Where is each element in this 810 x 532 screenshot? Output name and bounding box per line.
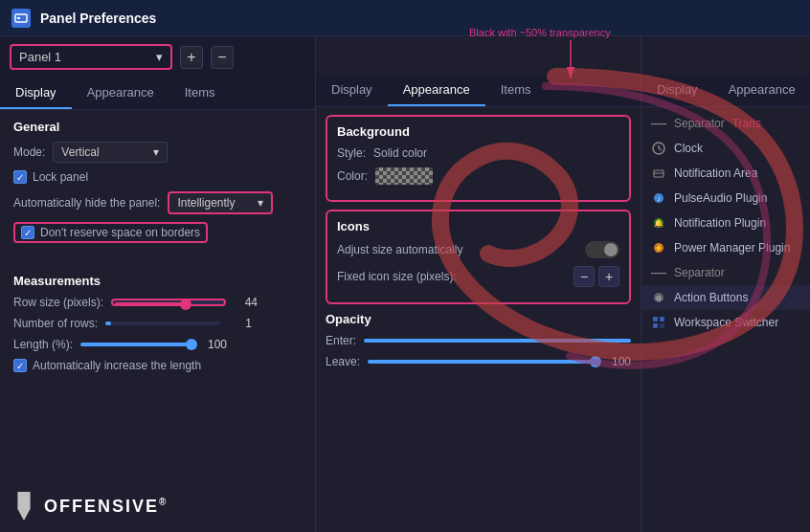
svg-line-4 — [659, 148, 662, 150]
opacity-title: Opacity — [326, 312, 631, 326]
auto-size-toggle[interactable] — [585, 241, 619, 258]
clock-label: Clock — [674, 142, 703, 155]
logo-area: OFFENSIVE® — [13, 492, 168, 521]
list-item-pulseaudio[interactable]: ♪ PulseAudio Plugin — [641, 186, 810, 211]
fixed-size-controls: − + — [574, 266, 619, 287]
reserve-space-checkbox[interactable]: ✓ — [21, 226, 34, 239]
svg-text:⊙: ⊙ — [656, 295, 662, 301]
icons-section: Icons Adjust size automatically Fixed ic… — [326, 210, 631, 304]
remove-panel-button[interactable]: − — [211, 46, 234, 69]
tab-appearance-left[interactable]: Appearance — [72, 78, 169, 109]
row-size-value: 44 — [234, 296, 258, 309]
pulseaudio-icon: ♪ — [651, 190, 666, 206]
list-item-workspace-switcher[interactable]: Workspace Switcher — [641, 310, 810, 335]
list-item-notification-plugin[interactable]: 🔔 Notification Plugin — [641, 211, 810, 235]
separator2-label: Separator — [674, 266, 725, 279]
lock-panel-row: ✓ Lock panel — [13, 170, 302, 184]
auto-hide-row: Automatically hide the panel: Intelligen… — [13, 191, 302, 214]
row-size-row: Row size (pixels): 44 — [13, 296, 302, 309]
color-label: Color: — [337, 169, 368, 183]
window-title: Panel Preferences — [40, 11, 156, 26]
tab-display-middle[interactable]: Display — [316, 75, 388, 106]
decrease-size-button[interactable]: − — [574, 266, 595, 287]
num-rows-slider[interactable] — [105, 321, 220, 325]
power-manager-label: Power Manager Plugin — [674, 241, 790, 255]
leave-value: 100 — [607, 355, 631, 368]
svg-rect-17 — [653, 323, 658, 328]
panel-dropdown[interactable]: Panel 1 ▾ — [10, 44, 172, 70]
num-rows-label: Number of rows: — [13, 317, 98, 330]
enter-row: Enter: — [326, 334, 631, 347]
tab-items-left[interactable]: Items — [169, 78, 231, 109]
lock-panel-label: Lock panel — [33, 170, 88, 184]
num-rows-row: Number of rows: 1 — [13, 317, 302, 330]
panel-dropdown-value: Panel 1 — [19, 50, 61, 64]
main-content: Panel 1 ▾ + − Display Appearance Items G… — [0, 36, 810, 532]
logo-text: OFFENSIVE® — [44, 497, 168, 517]
style-value: Solid color — [373, 146, 427, 160]
style-row: Style: Solid color — [337, 146, 619, 160]
workspace-switcher-label: Workspace Switcher — [674, 316, 778, 329]
left-tabs: Display Appearance Items — [0, 78, 315, 110]
svg-rect-1 — [17, 17, 20, 19]
leave-label: Leave: — [326, 355, 360, 368]
list-item-separator1[interactable]: — Separator Trans — [641, 111, 810, 136]
length-slider[interactable] — [80, 343, 195, 346]
fixed-size-label: Fixed icon size (pixels): — [337, 270, 457, 283]
tab-items-middle[interactable]: Items — [485, 75, 547, 106]
svg-text:♪: ♪ — [657, 195, 661, 202]
tab-appearance-middle[interactable]: Appearance — [388, 75, 485, 106]
add-panel-button[interactable]: + — [180, 46, 203, 69]
mode-chevron-icon: ▾ — [153, 145, 159, 159]
svg-rect-15 — [653, 317, 658, 321]
separator1-sub: Trans — [732, 117, 761, 130]
notification-plugin-icon: 🔔 — [651, 215, 666, 231]
increase-size-button[interactable]: + — [598, 266, 619, 287]
power-manager-icon: ⚡ — [651, 240, 666, 255]
notification-plugin-label: Notification Plugin — [674, 216, 766, 230]
tab-display-right[interactable]: Display — [641, 75, 713, 106]
tab-display-left[interactable]: Display — [0, 78, 72, 109]
measurements-section: Measurements Row size (pixels): 44 Numbe… — [0, 264, 315, 389]
auto-size-row: Adjust size automatically — [337, 241, 619, 258]
separator-icon: — — [651, 115, 666, 132]
pulseaudio-label: PulseAudio Plugin — [674, 191, 767, 205]
background-title: Background — [337, 124, 619, 139]
length-row: Length (%): 100 — [13, 338, 302, 351]
general-section: General Mode: Vertical ▾ ✓ Lock panel Au… — [0, 110, 315, 260]
tab-appearance-right[interactable]: Appearance — [713, 75, 810, 106]
list-item-clock[interactable]: Clock — [641, 136, 810, 161]
list-item-power-manager[interactable]: ⚡ Power Manager Plugin — [641, 235, 810, 260]
fixed-size-row: Fixed icon size (pixels): − + — [337, 266, 619, 287]
list-item-separator2[interactable]: — Separator — [641, 260, 810, 285]
length-label: Length (%): — [13, 338, 73, 351]
icons-title: Icons — [337, 219, 619, 233]
lock-panel-checkbox[interactable]: ✓ — [13, 170, 27, 184]
list-item-notification-area[interactable]: Notification Area — [641, 161, 810, 186]
leave-slider[interactable] — [368, 360, 599, 364]
mode-value: Vertical — [61, 145, 99, 159]
mode-row: Mode: Vertical ▾ — [13, 142, 302, 163]
items-list: — Separator Trans Clock — [641, 107, 810, 339]
measurements-title: Measurements — [13, 274, 302, 288]
svg-rect-0 — [15, 14, 27, 22]
auto-hide-dropdown[interactable]: Intelligently ▾ — [168, 191, 273, 214]
workspace-switcher-icon — [651, 315, 666, 330]
clock-icon — [651, 141, 666, 156]
list-item-action-buttons[interactable]: ⊙ Action Buttons — [641, 285, 810, 310]
auto-length-checkbox[interactable]: ✓ — [13, 359, 27, 372]
opacity-section: Opacity Enter: Leave: 100 — [316, 312, 641, 386]
row-size-label: Row size (pixels): — [13, 296, 103, 309]
auto-hide-chevron-icon: ▾ — [258, 196, 263, 210]
enter-slider[interactable] — [364, 339, 631, 343]
right-tabs: Display Appearance — [641, 75, 810, 107]
left-panel: Panel 1 ▾ + − Display Appearance Items G… — [0, 36, 316, 532]
app-icon — [11, 9, 31, 28]
reserve-space-row: ✓ Don't reserve space on borders — [13, 222, 302, 243]
row-size-slider[interactable] — [111, 299, 226, 306]
notification-area-icon — [651, 166, 666, 181]
title-bar: Panel Preferences — [0, 0, 810, 36]
color-swatch[interactable] — [375, 167, 433, 185]
separator2-icon: — — [651, 264, 666, 281]
mode-dropdown[interactable]: Vertical ▾ — [53, 142, 168, 163]
